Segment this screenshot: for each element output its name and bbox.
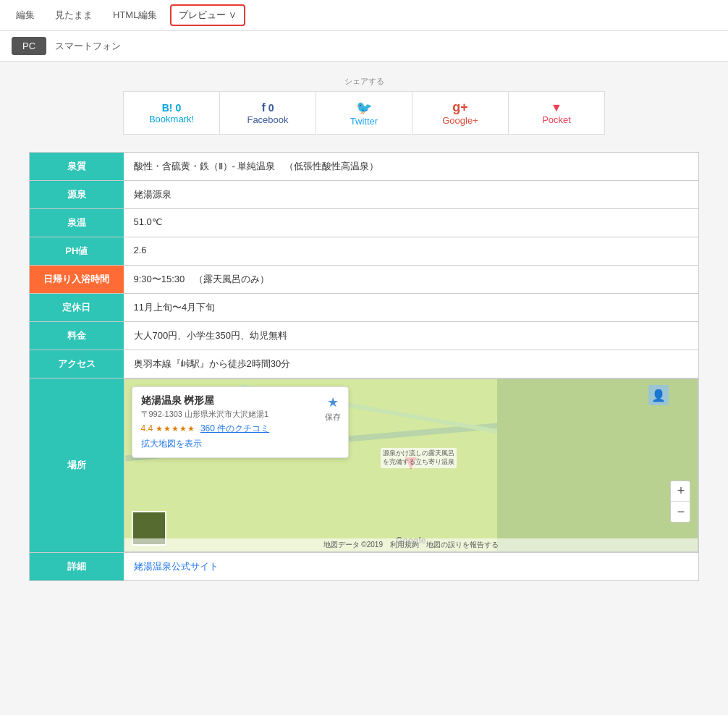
map-zoom-out[interactable]: −	[671, 502, 691, 522]
table-value-cell: 姥湯源泉	[124, 181, 699, 209]
map-overlay-label: 源泉かけ流しの露天風呂を完備する立ち寄り温泉	[381, 448, 457, 468]
share-label: シェアする	[29, 76, 699, 87]
map-value-cell: 👤 姥湯温泉 桝形屋 ★ 保存 〒992-1303 山形県米沢市大沢姥湯1 4.…	[124, 378, 699, 553]
map-row: 場所 👤 姥湯温泉 桝形屋 ★ 保存 〒992-1303 山形県米沢市大沢姥湯1…	[30, 378, 699, 553]
html-edit-button[interactable]: HTML編集	[106, 6, 164, 25]
map-star-icon: ★	[327, 394, 339, 410]
facebook-icon: f	[261, 101, 265, 114]
facebook-count: 0	[268, 102, 274, 114]
table-label-cell: 泉質	[30, 153, 124, 181]
table-value-cell: 51.0℃	[124, 209, 699, 237]
table-row: 源泉姥湯源泉	[30, 181, 699, 209]
table-value-cell: 奥羽本線『峠駅』から徒歩2時間30分	[124, 350, 699, 378]
table-label-cell: 泉温	[30, 209, 124, 237]
table-row: 泉質酸性・含硫黄・鉄（Ⅱ）- 単純温泉 （低張性酸性高温泉）	[30, 153, 699, 181]
map-footer-text: 地図データ ©2019 利用規約 地図の誤りを報告する	[124, 538, 698, 551]
device-bar: PC スマートフォン	[0, 31, 728, 62]
table-row: 泉温51.0℃	[30, 209, 699, 237]
pocket-button[interactable]: ▼ Pocket	[508, 91, 605, 135]
map-review-count[interactable]: 360 件のクチコミ	[200, 423, 269, 433]
map-label-cell: 場所	[30, 378, 124, 553]
table-value-cell: 2.6	[124, 237, 699, 266]
table-label-cell: PH値	[30, 237, 124, 266]
map-person-icon: 👤	[648, 385, 669, 405]
wysiwyg-button[interactable]: 見たまま	[48, 6, 100, 25]
map-container: 👤 姥湯温泉 桝形屋 ★ 保存 〒992-1303 山形県米沢市大沢姥湯1 4.…	[124, 378, 699, 552]
table-label-cell: 定休日	[30, 294, 124, 322]
map-save-label: 保存	[325, 412, 341, 423]
info-table: 泉質酸性・含硫黄・鉄（Ⅱ）- 単純温泉 （低張性酸性高温泉）源泉姥湯源泉泉温51…	[29, 152, 699, 581]
twitter-icon: 🐦	[356, 100, 372, 116]
map-forest-area	[497, 379, 698, 551]
share-section: シェアする B! 0 Bookmark! f 0 Facebook 🐦	[29, 76, 699, 135]
toolbar: 編集 見たまま HTML編集 プレビュー ∨	[0, 0, 728, 31]
twitter-button[interactable]: 🐦 Twitter	[316, 91, 412, 135]
table-value-cell: 大人700円、小学生350円、幼児無料	[124, 322, 699, 350]
table-value-cell: 酸性・含硫黄・鉄（Ⅱ）- 単純温泉 （低張性酸性高温泉）	[124, 153, 699, 181]
googleplus-button[interactable]: g+ Google+	[412, 91, 509, 135]
table-row: アクセス奥羽本線『峠駅』から徒歩2時間30分	[30, 350, 699, 378]
table-value-cell: 11月上旬〜4月下旬	[124, 294, 699, 322]
map-stars: ★★★★★	[156, 424, 195, 433]
content-area: シェアする B! 0 Bookmark! f 0 Facebook 🐦	[0, 62, 728, 713]
pocket-icon: ▼	[551, 101, 562, 114]
map-place-name: 姥湯温泉 桝形屋	[141, 394, 215, 407]
map-rating: 4.4 ★★★★★ 360 件のクチコミ	[141, 423, 339, 435]
table-value-cell: 9:30〜15:30 （露天風呂のみ）	[124, 266, 699, 294]
table-label-cell: アクセス	[30, 350, 124, 378]
googleplus-icon: g+	[452, 100, 468, 115]
twitter-label: Twitter	[350, 116, 378, 127]
table-label-cell: 料金	[30, 322, 124, 350]
pocket-label: Pocket	[542, 114, 571, 125]
map-popup: 姥湯温泉 桝形屋 ★ 保存 〒992-1303 山形県米沢市大沢姥湯1 4.4 …	[132, 386, 349, 458]
table-row: 料金大人700円、小学生350円、幼児無料	[30, 322, 699, 350]
detail-row: 詳細姥湯温泉公式サイト	[30, 553, 699, 581]
table-row: 定休日11月上旬〜4月下旬	[30, 294, 699, 322]
table-label-cell: 源泉	[30, 181, 124, 209]
map-zoom-controls: + −	[670, 481, 690, 522]
table-label-cell: 日帰り入浴時間	[30, 266, 124, 294]
detail-value-cell: 姥湯温泉公式サイト	[124, 553, 699, 581]
detail-label-cell: 詳細	[30, 553, 124, 581]
smartphone-device-label: スマートフォン	[55, 40, 121, 53]
map-zoom-in[interactable]: +	[671, 481, 691, 502]
edit-button[interactable]: 編集	[9, 6, 42, 25]
bookmark-count: 0	[175, 102, 181, 114]
map-rating-number: 4.4	[141, 423, 153, 433]
preview-button[interactable]: プレビュー ∨	[170, 4, 245, 26]
facebook-button[interactable]: f 0 Facebook	[219, 91, 316, 135]
table-row: PH値2.6	[30, 237, 699, 266]
bookmark-icon: B!	[162, 102, 173, 114]
map-address: 〒992-1303 山形県米沢市大沢姥湯1	[141, 409, 339, 420]
facebook-label: Facebook	[247, 114, 288, 125]
map-save-button[interactable]: ★ 保存	[325, 394, 341, 423]
detail-link[interactable]: 姥湯温泉公式サイト	[134, 561, 219, 572]
pc-device-button[interactable]: PC	[12, 37, 46, 55]
map-expand-link[interactable]: 拡大地図を表示	[141, 439, 202, 449]
bookmark-button[interactable]: B! 0 Bookmark!	[123, 91, 220, 135]
bookmark-label: Bookmark!	[149, 114, 194, 124]
table-row: 日帰り入浴時間9:30〜15:30 （露天風呂のみ）	[30, 266, 699, 294]
googleplus-label: Google+	[442, 115, 478, 126]
share-buttons: B! 0 Bookmark! f 0 Facebook 🐦 Twitter	[29, 91, 699, 135]
